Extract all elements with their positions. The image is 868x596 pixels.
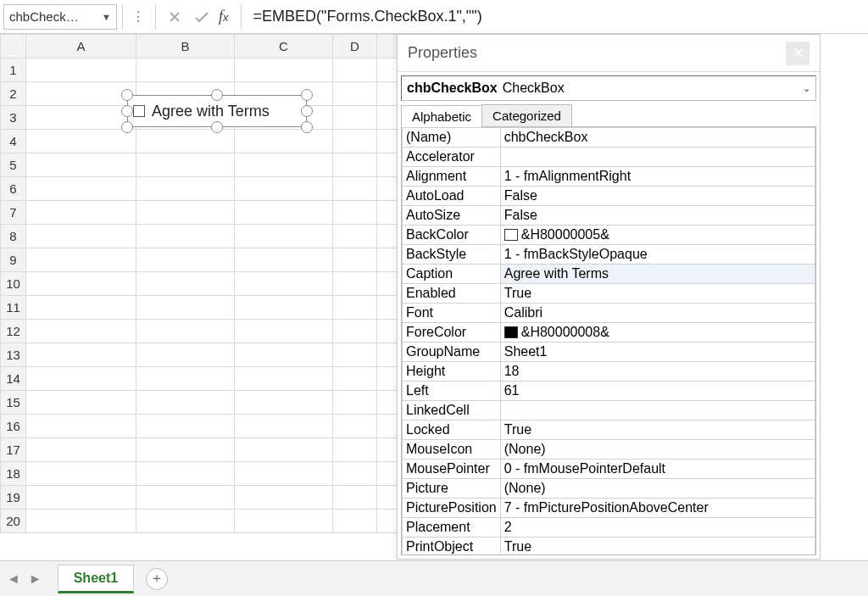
col-header-C[interactable]: C	[235, 35, 333, 58]
property-value-cell[interactable]: True	[500, 284, 815, 304]
sheet-tab-sheet1[interactable]: Sheet1	[58, 565, 134, 593]
row-header-15[interactable]: 15	[1, 391, 26, 415]
cell-A2[interactable]	[26, 82, 136, 106]
name-box[interactable]: chbCheck… ▼	[3, 4, 117, 30]
property-row-backstyle[interactable]: BackStyle1 - fmBackStyleOpaque	[403, 245, 815, 265]
col-header-D[interactable]: D	[333, 35, 377, 58]
cell-A9[interactable]	[26, 248, 136, 272]
cell-A4[interactable]	[26, 130, 136, 153]
cell-C1[interactable]	[235, 58, 333, 82]
property-value-cell[interactable]: 2	[500, 518, 815, 538]
property-row-mouseicon[interactable]: MouseIcon(None)	[403, 440, 815, 460]
cell-D18[interactable]	[333, 462, 377, 486]
property-row-name[interactable]: (Name)chbCheckBox	[403, 128, 815, 148]
row-header-5[interactable]: 5	[1, 153, 26, 177]
row-header-8[interactable]: 8	[1, 225, 26, 248]
cell-C19[interactable]	[235, 486, 333, 510]
property-row-autoload[interactable]: AutoLoadFalse	[403, 187, 815, 206]
row-header-3[interactable]: 3	[1, 106, 26, 130]
property-value-cell[interactable]	[500, 401, 815, 421]
cell-C9[interactable]	[235, 248, 333, 272]
row-header-12[interactable]: 12	[1, 320, 26, 343]
cell-B12[interactable]	[136, 320, 235, 343]
cell-C11[interactable]	[235, 296, 333, 320]
cell-D11[interactable]	[333, 296, 377, 320]
property-row-caption[interactable]: CaptionAgree with Terms	[403, 265, 815, 284]
cell-B7[interactable]	[136, 201, 235, 225]
tab-categorized[interactable]: Categorized	[481, 104, 572, 126]
cell-D17[interactable]	[333, 438, 377, 462]
activex-checkbox-control[interactable]: Agree with Terms	[127, 95, 307, 127]
property-row-accelerator[interactable]: Accelerator	[403, 148, 815, 167]
cell-B4[interactable]	[136, 130, 235, 153]
cell-C18[interactable]	[235, 462, 333, 486]
cell-B5[interactable]	[136, 153, 235, 177]
properties-titlebar[interactable]: Properties ✕	[398, 35, 820, 72]
cell-C10[interactable]	[235, 272, 333, 296]
cell-C6[interactable]	[235, 177, 333, 201]
select-all-corner[interactable]	[1, 35, 26, 58]
cell-C13[interactable]	[235, 343, 333, 367]
row-header-9[interactable]: 9	[1, 248, 26, 272]
cell-D6[interactable]	[333, 177, 377, 201]
property-row-autosize[interactable]: AutoSizeFalse	[403, 206, 815, 226]
cell-D3[interactable]	[333, 106, 377, 130]
object-selector[interactable]: chbCheckBox CheckBox ⌄	[401, 75, 816, 101]
row-header-7[interactable]: 7	[1, 201, 26, 225]
property-row-printobject[interactable]: PrintObjectTrue	[403, 538, 815, 556]
cell-B8[interactable]	[136, 225, 235, 248]
cell-D15[interactable]	[333, 391, 377, 415]
cell-C4[interactable]	[235, 130, 333, 153]
close-icon[interactable]: ✕	[786, 42, 810, 65]
property-value-cell[interactable]: 18	[500, 362, 815, 382]
cell-A19[interactable]	[26, 486, 136, 510]
resize-handle-nw[interactable]	[121, 89, 133, 101]
cell-A12[interactable]	[26, 320, 136, 343]
property-value-cell[interactable]: Agree with Terms	[500, 265, 815, 284]
cell-C8[interactable]	[235, 225, 333, 248]
cell-C16[interactable]	[235, 415, 333, 438]
property-value-cell[interactable]: (None)	[500, 479, 815, 499]
cell-A5[interactable]	[26, 153, 136, 177]
cell-D20[interactable]	[333, 510, 377, 533]
cell-D5[interactable]	[333, 153, 377, 177]
resize-handle-n[interactable]	[211, 89, 223, 101]
cell-A10[interactable]	[26, 272, 136, 296]
property-value-cell[interactable]: True	[500, 538, 815, 556]
cell-B16[interactable]	[136, 415, 235, 438]
col-header-B[interactable]: B	[136, 35, 235, 58]
cell-D2[interactable]	[333, 82, 377, 106]
cell-B9[interactable]	[136, 248, 235, 272]
cell-A7[interactable]	[26, 201, 136, 225]
property-value-cell[interactable]: False	[500, 206, 815, 226]
cell-C20[interactable]	[235, 510, 333, 533]
resize-handle-w[interactable]	[121, 105, 133, 117]
tab-alphabetic[interactable]: Alphabetic	[401, 105, 482, 127]
property-row-mousepointer[interactable]: MousePointer0 - fmMousePointerDefault	[403, 460, 815, 479]
property-value-cell[interactable]: &H80000008&	[500, 323, 815, 343]
cell-A6[interactable]	[26, 177, 136, 201]
property-value-cell[interactable]: 1 - fmBackStyleOpaque	[500, 245, 815, 265]
cancel-formula-button[interactable]	[161, 4, 188, 30]
cell-D10[interactable]	[333, 272, 377, 296]
property-row-linkedcell[interactable]: LinkedCell	[403, 401, 815, 421]
cell-D9[interactable]	[333, 248, 377, 272]
cell-D14[interactable]	[333, 367, 377, 391]
chevron-down-icon[interactable]: ▼	[102, 12, 111, 22]
property-value-cell[interactable]: True	[500, 421, 815, 440]
cell-B19[interactable]	[136, 486, 235, 510]
property-value-cell[interactable]	[500, 148, 815, 167]
property-value-cell[interactable]: chbCheckBox	[500, 128, 815, 148]
cell-D1[interactable]	[333, 58, 377, 82]
cell-C7[interactable]	[235, 201, 333, 225]
property-row-height[interactable]: Height18	[403, 362, 815, 382]
property-value-cell[interactable]: 61	[500, 382, 815, 401]
cell-B1[interactable]	[136, 58, 235, 82]
property-row-font[interactable]: FontCalibri	[403, 304, 815, 323]
expand-dots-icon[interactable]: ⋮	[128, 8, 150, 25]
cell-B10[interactable]	[136, 272, 235, 296]
cell-A8[interactable]	[26, 225, 136, 248]
cell-D8[interactable]	[333, 225, 377, 248]
property-value-cell[interactable]: &H80000005&	[500, 226, 815, 245]
resize-handle-ne[interactable]	[301, 89, 313, 101]
